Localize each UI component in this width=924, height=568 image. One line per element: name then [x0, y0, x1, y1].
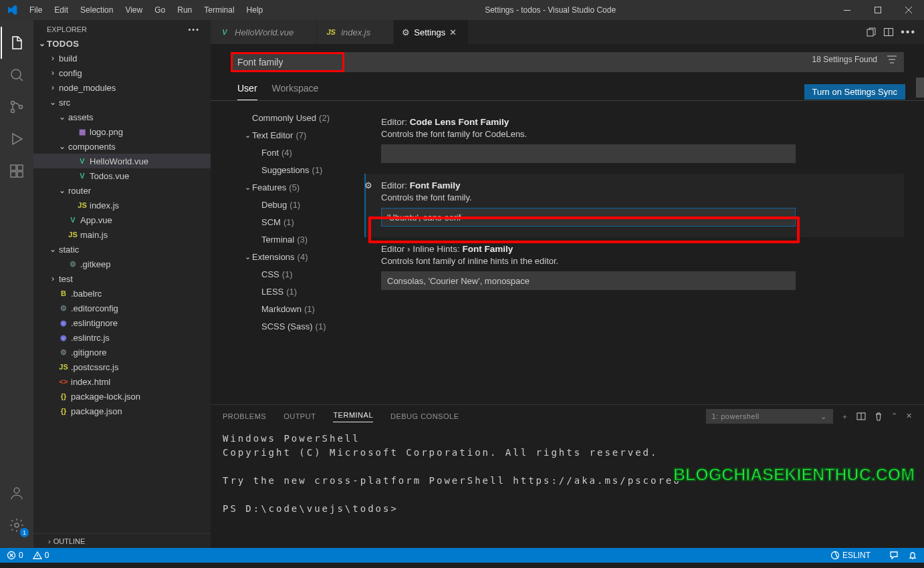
tree-item[interactable]: B.babelrc [33, 286, 211, 301]
search-icon[interactable] [1, 59, 33, 91]
split-editor-icon[interactable] [883, 27, 894, 37]
settings-toc-item[interactable]: ⌄Features(5) [211, 178, 358, 196]
tree-item[interactable]: ◉.eslintignore [33, 315, 211, 330]
tree-item[interactable]: VApp.vue [33, 212, 211, 227]
settings-editor: 18 Settings Found UserWorkspace Turn on … [211, 44, 924, 404]
tree-item[interactable]: ⚙.editorconfig [33, 301, 211, 315]
menu-edit[interactable]: Edit [48, 0, 74, 20]
maximize-panel-icon[interactable]: ⌃ [891, 412, 898, 422]
settings-scope-workspace[interactable]: Workspace [272, 83, 319, 100]
status-warnings[interactable]: 0 [33, 551, 49, 560]
tree-item[interactable]: ⌄src [33, 95, 211, 110]
settings-toc-item[interactable]: Suggestions(1) [211, 161, 358, 178]
sidebar-more-icon[interactable]: ••• [188, 25, 200, 33]
open-changes-icon[interactable] [866, 27, 877, 37]
tree-item[interactable]: {}package.json [33, 404, 211, 418]
svg-rect-8 [17, 172, 23, 177]
maximize-button[interactable] [862, 0, 893, 20]
more-actions-icon[interactable]: ••• [901, 26, 916, 38]
tree-item[interactable]: JSmain.js [33, 227, 211, 242]
tree-item[interactable]: ›config [33, 65, 211, 80]
outline-header[interactable]: ›OUTLINE [33, 533, 211, 548]
menu-go[interactable]: Go [148, 0, 171, 20]
panel-tab-problems[interactable]: PROBLEMS [223, 412, 266, 420]
settings-toc-item[interactable]: ⌄Extensions(4) [211, 248, 358, 265]
turn-on-sync-button[interactable]: Turn on Settings Sync [804, 84, 905, 100]
minimize-button[interactable] [832, 0, 862, 20]
tree-item[interactable]: ⚙.gitkeep [33, 257, 211, 271]
source-control-icon[interactable] [1, 91, 33, 123]
settings-toc-item[interactable]: Commonly Used(2) [211, 109, 358, 126]
svg-rect-0 [844, 10, 850, 11]
new-terminal-icon[interactable]: ＋ [841, 412, 849, 422]
tree-item[interactable]: ⌄router [33, 183, 211, 198]
tree-root[interactable]: ⌄TODOS [33, 36, 211, 51]
tree-item[interactable]: ▦logo.png [33, 124, 211, 139]
setting-input[interactable] [381, 271, 796, 290]
status-bar: 0 0 ESLINT [0, 548, 924, 563]
settings-toc-item[interactable]: Terminal(3) [211, 231, 358, 248]
panel-tab-output[interactable]: OUTPUT [283, 412, 316, 420]
split-terminal-icon[interactable] [856, 412, 866, 422]
tab[interactable]: VHelloWorld.vue✕ [211, 20, 317, 44]
tree-item[interactable]: {}package-lock.json [33, 389, 211, 404]
gear-icon[interactable]: ⚙ [364, 180, 372, 190]
tree-item[interactable]: ›test [33, 271, 211, 286]
setting-input[interactable] [381, 144, 796, 163]
tree-item[interactable]: ›build [33, 51, 211, 65]
settings-toc-item[interactable]: ⌄Text Editor(7) [211, 126, 358, 144]
menu-selection[interactable]: Selection [74, 0, 119, 20]
tree-item[interactable]: <>index.html [33, 374, 211, 389]
tree-item[interactable]: ⌄assets [33, 110, 211, 124]
settings-search-input[interactable] [231, 52, 904, 72]
panel-tab-debug-console[interactable]: DEBUG CONSOLE [390, 412, 459, 420]
feedback-icon[interactable] [889, 551, 899, 560]
menu-terminal[interactable]: Terminal [198, 0, 240, 20]
menu-file[interactable]: File [23, 0, 48, 20]
settings-toc-item[interactable]: LESS(1) [211, 283, 358, 300]
tree-item[interactable]: ⚙.gitignore [33, 345, 211, 360]
close-panel-icon[interactable]: ✕ [906, 412, 913, 422]
setting-title: Editor: Font Family [381, 180, 894, 190]
menu-help[interactable]: Help [241, 0, 269, 20]
watermark: BLOGCHIASEKIENTHUC.COM [673, 465, 915, 484]
kill-terminal-icon[interactable] [874, 412, 883, 422]
tab[interactable]: ⚙Settings✕ [394, 20, 469, 44]
status-errors[interactable]: 0 [7, 551, 23, 560]
extensions-icon[interactable] [1, 155, 33, 187]
notifications-icon[interactable] [908, 551, 917, 560]
setting-input[interactable] [381, 208, 796, 227]
tree-item[interactable]: ⌄components [33, 139, 211, 154]
accounts-icon[interactable] [1, 477, 33, 509]
settings-toc-item[interactable]: Markdown(1) [211, 300, 358, 317]
tree-item[interactable]: ◉.eslintrc.js [33, 330, 211, 345]
close-button[interactable] [893, 0, 924, 20]
terminal-selector[interactable]: 1: powershell⌄ [706, 409, 833, 424]
settings-toc-item[interactable]: SCSS (Sass)(1) [211, 317, 358, 335]
sidebar: EXPLORER ••• ⌄TODOS ›build›config›node_m… [33, 20, 211, 548]
terminal-output[interactable]: Windows PowerShell Copyright (C) Microso… [211, 428, 924, 548]
menu-view[interactable]: View [119, 0, 148, 20]
tab[interactable]: JSindex.js✕ [317, 20, 394, 44]
settings-toc-item[interactable]: Font(4) [211, 144, 358, 161]
explorer-icon[interactable] [1, 27, 33, 59]
tree-item[interactable]: ›node_modules [33, 80, 211, 95]
tree-item[interactable]: VHelloWorld.vue [33, 154, 211, 168]
menu-run[interactable]: Run [171, 0, 198, 20]
settings-toc-item[interactable]: Debug(1) [211, 196, 358, 213]
panel-tab-terminal[interactable]: TERMINAL [333, 411, 373, 422]
activity-bar: 1 [0, 20, 33, 548]
settings-toc-item[interactable]: CSS(1) [211, 265, 358, 283]
tree-item[interactable]: JS.postcssrc.js [33, 360, 211, 374]
tree-item[interactable]: ⌄static [33, 242, 211, 257]
status-eslint[interactable]: ESLINT [830, 551, 871, 560]
settings-toc-item[interactable]: SCM(1) [211, 213, 358, 231]
settings-scope-user[interactable]: User [237, 83, 257, 100]
run-debug-icon[interactable] [1, 123, 33, 155]
titlebar: FileEditSelectionViewGoRunTerminalHelp S… [0, 0, 924, 20]
filter-icon[interactable] [887, 55, 897, 64]
svg-point-4 [11, 110, 15, 113]
tree-item[interactable]: VTodos.vue [33, 168, 211, 183]
settings-gear-icon[interactable]: 1 [1, 509, 33, 541]
tree-item[interactable]: JSindex.js [33, 198, 211, 212]
